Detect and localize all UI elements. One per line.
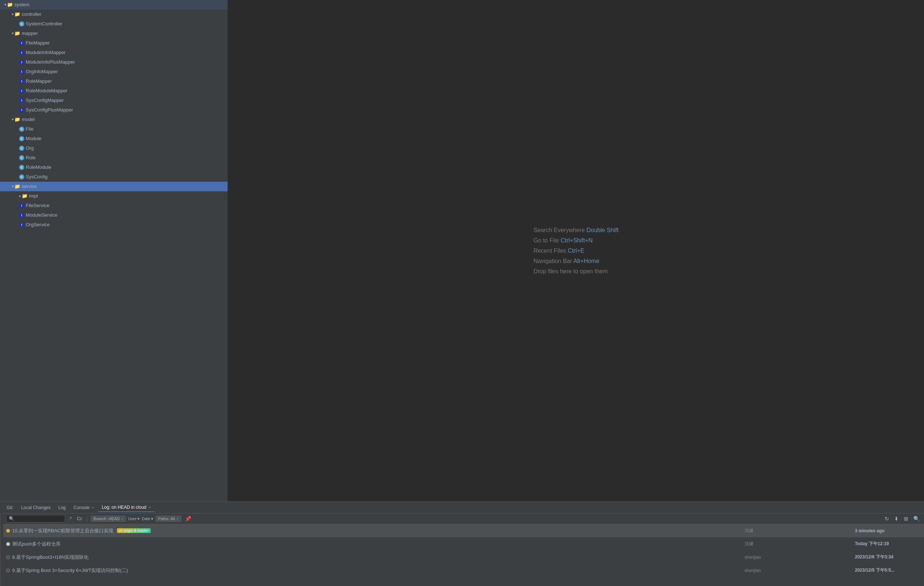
- commit-message: 10.从零到一实现RBAC权限管理之后台接口实现 🏷 origin & mast…: [6, 528, 744, 534]
- tree-item-Module[interactable]: CModule: [0, 134, 228, 144]
- tree-item-ModuleInfoPlusMapper[interactable]: IModuleInfoPlusMapper: [0, 57, 228, 67]
- tree-item-SystemController[interactable]: CSystemController: [0, 19, 228, 29]
- commit-author: shenjian: [744, 555, 818, 560]
- tree-item-FileMapper[interactable]: IFileMapper: [0, 38, 228, 48]
- paths-filter-label: Paths: All: [158, 516, 175, 521]
- hint-shortcut: Alt+Home: [573, 258, 599, 264]
- git-log[interactable]: 10.从零到一实现RBAC权限管理之后台接口实现 🏷 origin & mast…: [3, 524, 924, 586]
- tree-item-controller[interactable]: ▾📁controller: [0, 10, 228, 19]
- tree-item-model[interactable]: ▾📁model: [0, 115, 228, 124]
- commit-author: shenjian: [744, 568, 818, 573]
- branches-label[interactable]: [0, 513, 3, 586]
- tree-item-SysConfigMapper[interactable]: ISysConfigMapper: [0, 96, 228, 105]
- commit-row-0[interactable]: 10.从零到一实现RBAC权限管理之后台接口实现 🏷 origin & mast…: [3, 524, 924, 538]
- tree-item-system[interactable]: ▾📁system: [0, 0, 228, 10]
- bottom-tab-3[interactable]: Console×: [70, 503, 98, 512]
- pin-btn[interactable]: 📌: [183, 515, 193, 522]
- commit-author: 沈健: [744, 541, 818, 547]
- tree-label: controller: [22, 10, 41, 18]
- tree-label: impl: [29, 192, 38, 200]
- tab-label: Console: [74, 505, 90, 510]
- tab-close-btn[interactable]: ×: [148, 505, 151, 510]
- bottom-tab-1[interactable]: Local Changes: [18, 503, 55, 512]
- bottom-tab-2[interactable]: Log: [55, 503, 70, 512]
- interface-icon: I: [19, 213, 24, 218]
- paths-filter-close[interactable]: ×: [177, 517, 179, 521]
- tree-item-File[interactable]: CFile: [0, 124, 228, 134]
- regex-btn[interactable]: .*: [67, 515, 73, 522]
- commit-row-2[interactable]: 8.基于SpringBoot3+I18N实现国际化 shenjian 2023/…: [3, 551, 924, 564]
- class-icon: C: [19, 22, 24, 26]
- fetch-btn[interactable]: ⬇: [893, 515, 900, 522]
- interface-icon: I: [19, 50, 24, 55]
- tree-item-SysConfigPlusMapper[interactable]: ISysConfigPlusMapper: [0, 105, 228, 115]
- hint-text: Search Everywhere: [533, 227, 585, 233]
- tree-item-impl[interactable]: ▸📁impl: [0, 191, 228, 201]
- commit-row-1[interactable]: 测试push多个远程仓库 沈健 Today 下午12:19: [3, 538, 924, 551]
- tree-item-RoleMapper[interactable]: IRoleMapper: [0, 76, 228, 86]
- refresh-btn[interactable]: ↻: [883, 515, 891, 522]
- tab-label: Local Changes: [21, 505, 51, 510]
- hint-shortcut: Ctrl+Shift+N: [561, 237, 593, 243]
- class-icon: C: [19, 146, 24, 151]
- tree-item-ModuleService[interactable]: IModuleService: [0, 210, 228, 220]
- user-filter-dropdown[interactable]: User ▾: [128, 516, 139, 521]
- tree-item-mapper[interactable]: ▾📁mapper: [0, 29, 228, 38]
- tree-item-ModuleInfoMapper[interactable]: IModuleInfoMapper: [0, 48, 228, 57]
- commit-text: 10.从零到一实现RBAC权限管理之后台接口实现: [12, 528, 113, 534]
- commit-time: 2023/12/6 下午3:34: [855, 554, 921, 560]
- tree-item-FileService[interactable]: IFileService: [0, 201, 228, 210]
- user-filter-label: User: [128, 516, 136, 521]
- interface-icon: I: [19, 98, 24, 103]
- bottom-tab-4[interactable]: Log: on HEAD in cloud×: [98, 503, 155, 512]
- chevron-icon: ▾: [12, 116, 13, 124]
- tree-item-RoleModuleMapper[interactable]: IRoleModuleMapper: [0, 86, 228, 96]
- layout-btn[interactable]: ⊞: [902, 515, 910, 522]
- tree-label: SysConfig: [26, 173, 48, 181]
- tab-close-btn[interactable]: ×: [92, 506, 94, 510]
- git-search-input[interactable]: [6, 515, 65, 522]
- bottom-tabs: Git:Local ChangesLogConsole×Log: on HEAD…: [0, 502, 924, 513]
- hint-row: Go to File Ctrl+Shift+N: [533, 237, 619, 244]
- tree-item-Org[interactable]: COrg: [0, 144, 228, 153]
- branch-filter-label: Branch: HEAD: [93, 516, 120, 521]
- main-area: ▾📁system▾📁controllerCSystemController▾📁m…: [0, 0, 924, 502]
- tree-label: ModuleService: [26, 211, 57, 219]
- tree-label: ModuleInfoMapper: [26, 48, 66, 57]
- tree-label: service: [22, 182, 37, 190]
- hint-text: Go to File: [533, 237, 559, 243]
- project-tree[interactable]: ▾📁system▾📁controllerCSystemController▾📁m…: [0, 0, 228, 502]
- bottom-tab-0[interactable]: Git:: [3, 503, 18, 512]
- commit-bullet: [6, 555, 10, 559]
- commit-time: 2023/12/5 下午5:5...: [855, 567, 921, 573]
- commit-text: 测试push多个远程仓库: [12, 541, 61, 547]
- branch-tag: 🏷 origin & master: [117, 528, 151, 533]
- class-icon: C: [19, 136, 24, 141]
- tree-label: File: [26, 125, 33, 133]
- commit-bullet: [6, 529, 10, 533]
- date-filter-dropdown[interactable]: Date ▾: [142, 516, 153, 521]
- tree-item-RoleModule[interactable]: CRoleModule: [0, 162, 228, 172]
- tab-label: Log: [58, 505, 66, 510]
- editor-hints: Search Everywhere Double ShiftGo to File…: [533, 223, 619, 278]
- branch-filter-tag[interactable]: Branch: HEAD ×: [91, 516, 126, 521]
- search-btn[interactable]: 🔍: [912, 515, 921, 522]
- folder-icon: 📁: [14, 10, 20, 18]
- branch-filter-close[interactable]: ×: [121, 517, 124, 521]
- tree-item-SysConfig[interactable]: CSysConfig: [0, 172, 228, 182]
- folder-icon: 📁: [14, 30, 20, 38]
- tree-item-OrgInfoMapper[interactable]: IOrgInfoMapper: [0, 67, 228, 76]
- tree-item-Role[interactable]: CRole: [0, 153, 228, 162]
- paths-filter-tag[interactable]: Paths: All ×: [155, 516, 181, 521]
- class-icon: C: [19, 165, 24, 170]
- date-filter-label: Date: [142, 516, 150, 521]
- tree-label: SystemController: [26, 20, 63, 28]
- commit-bullet: [6, 542, 10, 546]
- case-btn[interactable]: Cc: [75, 515, 84, 522]
- tree-item-service[interactable]: ▾📁service: [0, 182, 228, 191]
- hint-row: Search Everywhere Double Shift: [533, 227, 619, 233]
- commit-row-3[interactable]: 9.基于Spring Boot 3+Security 6+JWT实现访问控制(二…: [3, 564, 924, 577]
- tree-label: model: [22, 116, 35, 124]
- tree-item-OrgService[interactable]: IOrgService: [0, 220, 228, 230]
- folder-icon: 📁: [22, 192, 28, 200]
